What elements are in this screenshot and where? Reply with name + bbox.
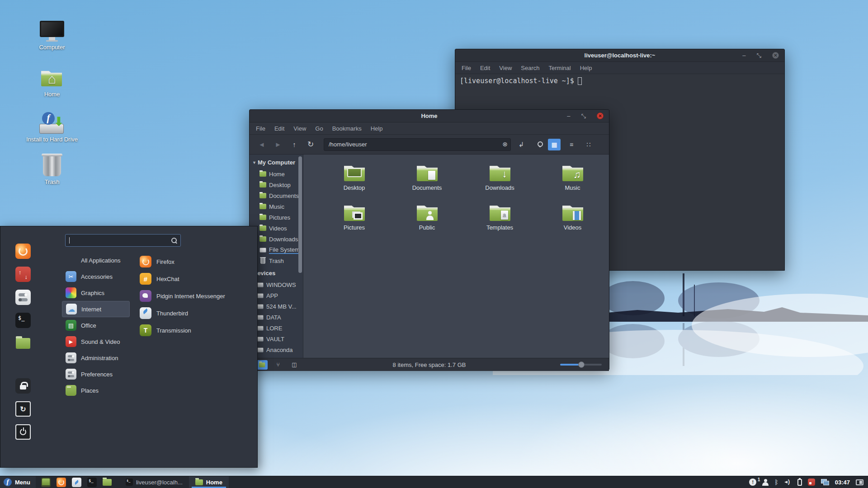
battery-icon[interactable]	[797, 479, 802, 486]
firefox-launcher-icon[interactable]	[57, 478, 66, 487]
menu-edit[interactable]: Edit	[480, 65, 490, 71]
lock-screen-icon[interactable]	[15, 378, 31, 394]
search-icon[interactable]	[532, 141, 543, 148]
location-input[interactable]	[324, 138, 511, 151]
zoom-slider[interactable]	[560, 364, 602, 366]
menu-edit[interactable]: Edit	[274, 125, 284, 132]
file-tile-music[interactable]: ♫ Music	[536, 161, 609, 201]
menu-search-box[interactable]	[65, 234, 181, 247]
file-tile-downloads[interactable]: ↓ Downloads	[463, 161, 536, 201]
user-icon[interactable]	[762, 479, 769, 486]
category-office[interactable]: ▤Office	[62, 317, 130, 333]
close-button[interactable]: ✕	[772, 52, 779, 59]
bluetooth-icon[interactable]: ᛒ	[774, 479, 778, 486]
terminal-launcher-icon[interactable]: $_	[87, 478, 97, 487]
category-all-applications[interactable]: All Applications	[62, 252, 130, 268]
sidebar-item-pictures[interactable]: Pictures	[253, 212, 303, 223]
file-tile-documents[interactable]: Documents	[391, 161, 463, 201]
thunderbird-launcher-icon[interactable]	[72, 478, 81, 487]
updates-icon[interactable]	[808, 479, 815, 486]
sidebar-item-music[interactable]: Music	[253, 201, 303, 212]
sidebar-item-downloads[interactable]: Downloads	[253, 234, 303, 244]
menu-file[interactable]: File	[256, 125, 265, 132]
logout-icon[interactable]: ↻	[15, 401, 31, 417]
up-icon[interactable]: ↑	[288, 141, 300, 148]
desktop-icon-computer[interactable]: Computer	[18, 21, 86, 51]
file-tile-videos[interactable]: Videos	[536, 201, 609, 240]
category-graphics[interactable]: Graphics	[62, 285, 130, 301]
app-hexchat[interactable]: #HexChat	[140, 270, 253, 287]
app-firefox[interactable]: Firefox	[140, 253, 253, 270]
sidebar-item-videos[interactable]: Videos	[253, 223, 303, 234]
minimize-button[interactable]: –	[742, 52, 745, 58]
file-tile-public[interactable]: Public	[391, 201, 463, 240]
menu-go[interactable]: Go	[315, 125, 323, 132]
menu-bookmarks[interactable]: Bookmarks	[332, 125, 362, 132]
app-thunderbird[interactable]: Thunderbird	[140, 305, 253, 322]
sidebar-item-trash[interactable]: Trash	[253, 255, 303, 266]
show-desktop-icon[interactable]	[41, 478, 51, 487]
menu-search-input[interactable]	[70, 237, 171, 244]
forward-icon[interactable]: ►	[272, 141, 284, 148]
terminal-favorite-icon[interactable]: $_	[15, 313, 31, 328]
file-tile-desktop[interactable]: Desktop	[318, 161, 391, 201]
sidebar-section-my-computer[interactable]: ▾ My Computer	[253, 159, 303, 166]
file-tile-pictures[interactable]: Pictures	[318, 201, 391, 240]
desktop-icon-install[interactable]: f⬇ Install to Hard Drive	[18, 112, 86, 143]
collapse-icon[interactable]: ▾	[253, 160, 255, 165]
window-button-terminal[interactable]: $_ liveuser@localh...	[119, 476, 189, 488]
volume-icon[interactable]	[784, 479, 792, 485]
category-administration[interactable]: Administration	[62, 350, 130, 366]
sidebar-device-anaconda[interactable]: Anaconda	[253, 344, 303, 355]
minimize-button[interactable]: –	[567, 113, 570, 119]
list-view-button[interactable]: ≡	[565, 139, 578, 150]
category-places[interactable]: Places	[62, 382, 130, 399]
sidebar-scrollbar[interactable]	[298, 156, 302, 273]
window-button-home[interactable]: Home	[189, 476, 229, 488]
app-transmission[interactable]: TTransmission	[140, 322, 253, 339]
notification-icon[interactable]: !1	[749, 479, 756, 486]
desktop-icon-trash[interactable]: Trash	[18, 155, 86, 185]
category-preferences[interactable]: Preferences	[62, 366, 130, 382]
category-accessories[interactable]: ✂Accessories	[62, 268, 130, 285]
shutdown-icon[interactable]	[15, 424, 31, 440]
files-launcher-icon[interactable]	[103, 478, 112, 487]
menu-view[interactable]: View	[499, 65, 512, 71]
sidebar-device-vault[interactable]: VAULT	[253, 333, 303, 344]
menu-help[interactable]: Help	[580, 65, 592, 71]
menu-view[interactable]: View	[293, 125, 306, 132]
sidebar-item-desktop[interactable]: Desktop	[253, 179, 303, 190]
menu-file[interactable]: File	[462, 65, 471, 71]
network-icon[interactable]	[821, 479, 829, 485]
clock[interactable]: 03:47	[835, 479, 850, 486]
category-sound-video[interactable]: ▶Sound & Video	[62, 333, 130, 350]
toggle-location-entry-icon[interactable]: ↲	[515, 141, 527, 149]
desktop-icon-home[interactable]: ⌂ Home	[18, 68, 86, 98]
sidebar-item-home[interactable]: Home	[253, 169, 303, 179]
menu-button[interactable]: f Menu	[0, 476, 36, 488]
zoom-slider-handle[interactable]	[578, 361, 585, 368]
menu-help[interactable]: Help	[371, 125, 383, 132]
workspace-switcher-icon[interactable]	[856, 479, 863, 485]
software-updater-icon[interactable]: ↑↓	[15, 267, 31, 282]
sidebar-device-data[interactable]: DATA	[253, 312, 303, 323]
category-internet[interactable]: ☁Internet	[62, 301, 130, 317]
files-favorite-icon[interactable]	[15, 336, 31, 351]
back-icon[interactable]: ◄	[256, 141, 268, 148]
maximize-button[interactable]: ⤡	[581, 113, 586, 119]
terminal-content[interactable]: [liveuser@localhost-live ~]$	[455, 74, 784, 88]
icon-view-button[interactable]: ▦	[548, 139, 561, 150]
file-tile-templates[interactable]: a Templates	[463, 201, 536, 240]
close-button[interactable]: ✕	[597, 113, 604, 119]
terminal-titlebar[interactable]: liveuser@localhost-live:~ – ⤡ ✕	[455, 49, 784, 62]
fm-titlebar[interactable]: Home – ⤡ ✕	[250, 110, 609, 122]
sidebar-item-documents[interactable]: Documents	[253, 190, 303, 201]
sidebar-device-app[interactable]: APP	[253, 290, 303, 301]
system-settings-icon[interactable]	[15, 290, 31, 305]
sidebar-device-524mb[interactable]: 524 MB V...	[253, 301, 303, 312]
clear-location-icon[interactable]: ⊗	[502, 141, 508, 148]
compact-view-button[interactable]: ∷	[582, 139, 595, 150]
menu-search[interactable]: Search	[521, 65, 539, 71]
sidebar-item-file-system[interactable]: File System	[253, 244, 303, 255]
menu-terminal[interactable]: Terminal	[549, 65, 571, 71]
